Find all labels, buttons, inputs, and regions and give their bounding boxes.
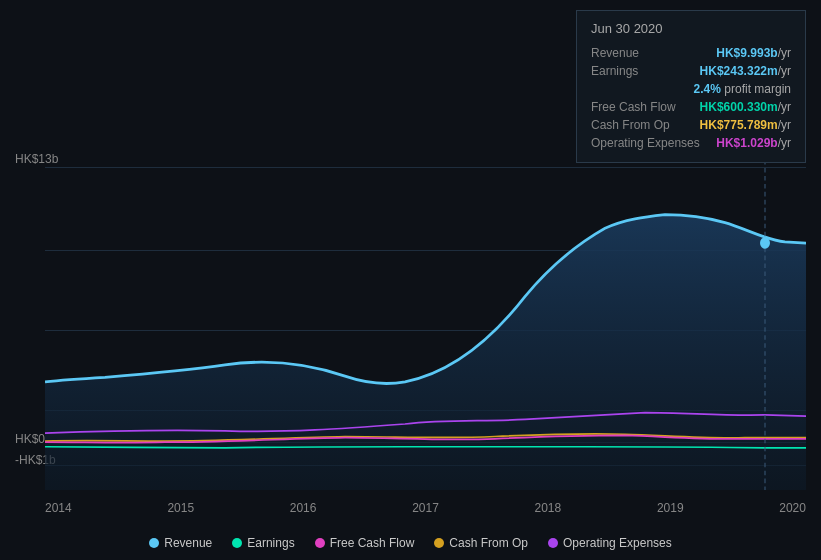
tooltip-opex-label: Operating Expenses — [591, 136, 700, 150]
x-label-2014: 2014 — [45, 501, 72, 515]
legend-cashfromop: Cash From Op — [434, 536, 528, 550]
x-label-2015: 2015 — [167, 501, 194, 515]
y-axis-zero-label: HK$0 — [15, 432, 45, 446]
tooltip-fcf-label: Free Cash Flow — [591, 100, 676, 114]
x-label-2016: 2016 — [290, 501, 317, 515]
tooltip-revenue-row: Revenue HK$9.993b/yr — [591, 44, 791, 62]
legend-earnings-label: Earnings — [247, 536, 294, 550]
x-label-2017: 2017 — [412, 501, 439, 515]
revenue-cursor-dot — [760, 237, 770, 248]
tooltip-revenue-label: Revenue — [591, 46, 639, 60]
tooltip-earnings-value: HK$243.322m/yr — [700, 64, 791, 78]
tooltip-opex-value: HK$1.029b/yr — [716, 136, 791, 150]
tooltip-fcf-row: Free Cash Flow HK$600.330m/yr — [591, 98, 791, 116]
tooltip-cashfromop-row: Cash From Op HK$775.789m/yr — [591, 116, 791, 134]
tooltip-revenue-value: HK$9.993b/yr — [716, 46, 791, 60]
tooltip-earnings-label: Earnings — [591, 64, 638, 78]
tooltip-margin-value: 2.4% profit margin — [694, 82, 791, 96]
tooltip-fcf-value: HK$600.330m/yr — [700, 100, 791, 114]
x-label-2019: 2019 — [657, 501, 684, 515]
tooltip-title: Jun 30 2020 — [591, 21, 791, 36]
legend-earnings: Earnings — [232, 536, 294, 550]
tooltip-cashfromop-label: Cash From Op — [591, 118, 670, 132]
tooltip-earnings-row: Earnings HK$243.322m/yr — [591, 62, 791, 80]
legend-revenue-label: Revenue — [164, 536, 212, 550]
tooltip-margin-row: 2.4% profit margin — [591, 80, 791, 98]
legend-earnings-dot — [232, 538, 242, 548]
revenue-fill — [45, 215, 806, 490]
legend-cashfromop-label: Cash From Op — [449, 536, 528, 550]
tooltip-box: Jun 30 2020 Revenue HK$9.993b/yr Earning… — [576, 10, 806, 163]
main-chart-svg — [45, 160, 806, 490]
x-label-2018: 2018 — [535, 501, 562, 515]
legend-opex-label: Operating Expenses — [563, 536, 672, 550]
legend-opex: Operating Expenses — [548, 536, 672, 550]
legend-fcf-dot — [315, 538, 325, 548]
chart-legend: Revenue Earnings Free Cash Flow Cash Fro… — [0, 536, 821, 550]
tooltip-cashfromop-value: HK$775.789m/yr — [700, 118, 791, 132]
legend-fcf-label: Free Cash Flow — [330, 536, 415, 550]
legend-fcf: Free Cash Flow — [315, 536, 415, 550]
legend-cashfromop-dot — [434, 538, 444, 548]
chart-container: Jun 30 2020 Revenue HK$9.993b/yr Earning… — [0, 0, 821, 560]
legend-revenue: Revenue — [149, 536, 212, 550]
legend-revenue-dot — [149, 538, 159, 548]
tooltip-opex-row: Operating Expenses HK$1.029b/yr — [591, 134, 791, 152]
x-label-2020: 2020 — [779, 501, 806, 515]
legend-opex-dot — [548, 538, 558, 548]
x-axis: 2014 2015 2016 2017 2018 2019 2020 — [45, 501, 806, 515]
